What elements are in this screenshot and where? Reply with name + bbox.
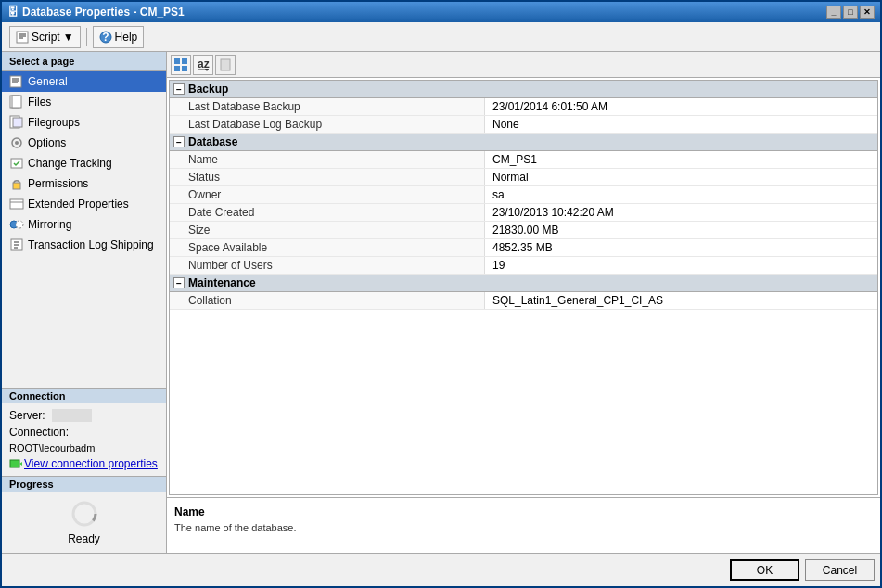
ok-button[interactable]: OK: [730, 559, 799, 581]
server-value: [52, 409, 92, 422]
owner-row: Owner sa: [170, 186, 877, 204]
minimize-button[interactable]: _: [826, 6, 841, 19]
svg-point-25: [73, 503, 96, 525]
title-bar-controls: _ □ ✕: [826, 6, 875, 19]
collation-value: SQL_Latin1_General_CP1_CI_AS: [485, 292, 877, 309]
description-text: The name of the database.: [174, 522, 873, 533]
view-connection-label: View connection properties: [24, 457, 158, 470]
sidebar: Select a page General Files: [2, 52, 167, 553]
database-toggle[interactable]: −: [173, 136, 185, 147]
script-button[interactable]: Script ▼: [9, 26, 81, 48]
sidebar-item-general[interactable]: General: [2, 71, 166, 92]
properties-grid: − Backup Last Database Backup 23/01/2014…: [169, 80, 878, 495]
connection-link: View connection properties: [6, 455, 162, 472]
description-panel: Name The name of the database.: [167, 497, 880, 553]
backup-toggle[interactable]: −: [173, 83, 185, 95]
files-label: Files: [28, 96, 51, 109]
progress-header: Progress: [2, 477, 166, 492]
svg-rect-0: [17, 32, 28, 43]
files-icon: [9, 95, 24, 109]
sidebar-item-filegroups[interactable]: Filegroups: [2, 112, 166, 133]
options-icon: [9, 135, 24, 150]
svg-rect-17: [13, 183, 20, 189]
options-label: Options: [28, 136, 66, 149]
description-title: Name: [174, 505, 873, 518]
restore-button[interactable]: □: [843, 6, 858, 19]
sidebar-item-files[interactable]: Files: [2, 92, 166, 112]
main-panel: az − Backup L: [167, 52, 880, 553]
extended-properties-label: Extended Properties: [28, 198, 129, 211]
connection-value: ROOT\lecourbadm: [6, 441, 162, 455]
svg-text:?: ?: [102, 31, 109, 44]
last-db-backup-row: Last Database Backup 23/01/2014 6:01:50 …: [170, 98, 877, 116]
last-log-backup-value: None: [485, 116, 877, 133]
last-db-backup-label: Last Database Backup: [170, 98, 485, 115]
bottom-bar: OK Cancel: [2, 553, 880, 586]
database-section-header: − Database: [170, 134, 877, 151]
progress-status: Ready: [68, 532, 100, 545]
script-dropdown-icon: ▼: [63, 31, 74, 44]
collation-row: Collation SQL_Latin1_General_CP1_CI_AS: [170, 292, 877, 310]
status-label: Status: [170, 169, 485, 185]
name-value: CM_PS1: [485, 151, 877, 168]
sidebar-item-transaction-log[interactable]: Transaction Log Shipping: [2, 235, 166, 255]
mirroring-icon: [9, 217, 24, 232]
owner-value: sa: [485, 186, 877, 203]
cancel-button[interactable]: Cancel: [805, 559, 875, 581]
progress-spinner-container: [70, 499, 99, 529]
filegroups-icon: [9, 115, 24, 130]
property-toolbar: az: [167, 52, 880, 78]
space-available-row: Space Available 4852.35 MB: [170, 239, 877, 257]
progress-spinner-icon: [70, 499, 99, 529]
connection-server: Server:: [6, 407, 162, 424]
date-created-row: Date Created 23/10/2013 10:42:20 AM: [170, 204, 877, 222]
connection-label: Connection:: [9, 426, 69, 439]
sidebar-item-extended-properties[interactable]: Extended Properties: [2, 194, 166, 214]
svg-point-15: [15, 141, 19, 145]
categorized-icon: [174, 58, 187, 71]
alpha-icon: az: [197, 58, 210, 71]
connection-header: Connection: [2, 389, 166, 403]
connection-link-icon: [9, 457, 22, 470]
help-label: Help: [115, 31, 138, 44]
general-icon: [9, 74, 24, 89]
maintenance-title: Maintenance: [188, 276, 256, 289]
last-log-backup-row: Last Database Log Backup None: [170, 116, 877, 134]
maintenance-toggle[interactable]: −: [173, 277, 185, 288]
connection-section: Connection Server: Connection: ROOT\leco…: [2, 388, 166, 476]
svg-rect-6: [10, 76, 21, 87]
close-button[interactable]: ✕: [860, 6, 875, 19]
last-db-backup-value: 23/01/2014 6:01:50 AM: [485, 98, 877, 115]
sidebar-header: Select a page: [2, 52, 166, 71]
change-tracking-label: Change Tracking: [28, 157, 112, 170]
connection-user: Connection:: [6, 424, 162, 441]
script-icon: [16, 31, 29, 44]
sidebar-item-mirroring[interactable]: Mirroring: [2, 214, 166, 235]
categorized-view-button[interactable]: [171, 55, 191, 75]
name-row: Name CM_PS1: [170, 151, 877, 169]
progress-section: Progress Ready: [2, 476, 166, 553]
main-toolbar: Script ▼ ? Help: [2, 22, 880, 52]
mirroring-label: Mirroring: [28, 218, 71, 231]
sidebar-item-change-tracking[interactable]: Change Tracking: [2, 153, 166, 173]
view-connection-link[interactable]: View connection properties: [9, 457, 159, 470]
svg-rect-18: [10, 199, 23, 209]
size-row: Size 21830.00 MB: [170, 222, 877, 239]
svg-rect-30: [182, 66, 187, 71]
sidebar-item-permissions[interactable]: Permissions: [2, 173, 166, 194]
svg-rect-27: [174, 58, 180, 64]
status-row: Status Normal: [170, 169, 877, 186]
page-button[interactable]: [215, 55, 236, 75]
window-icon: 🗄: [7, 6, 19, 19]
help-button[interactable]: ? Help: [93, 26, 145, 48]
sidebar-item-options[interactable]: Options: [2, 133, 166, 153]
title-bar-left: 🗄 Database Properties - CM_PS1: [7, 6, 185, 19]
backup-title: Backup: [188, 83, 228, 96]
svg-rect-29: [174, 66, 180, 71]
alphabetical-view-button[interactable]: az: [193, 55, 213, 75]
last-log-backup-label: Last Database Log Backup: [170, 116, 485, 133]
svg-point-21: [16, 221, 23, 228]
owner-label: Owner: [170, 186, 485, 203]
server-label: Server:: [9, 409, 45, 422]
change-tracking-icon: [9, 156, 24, 171]
